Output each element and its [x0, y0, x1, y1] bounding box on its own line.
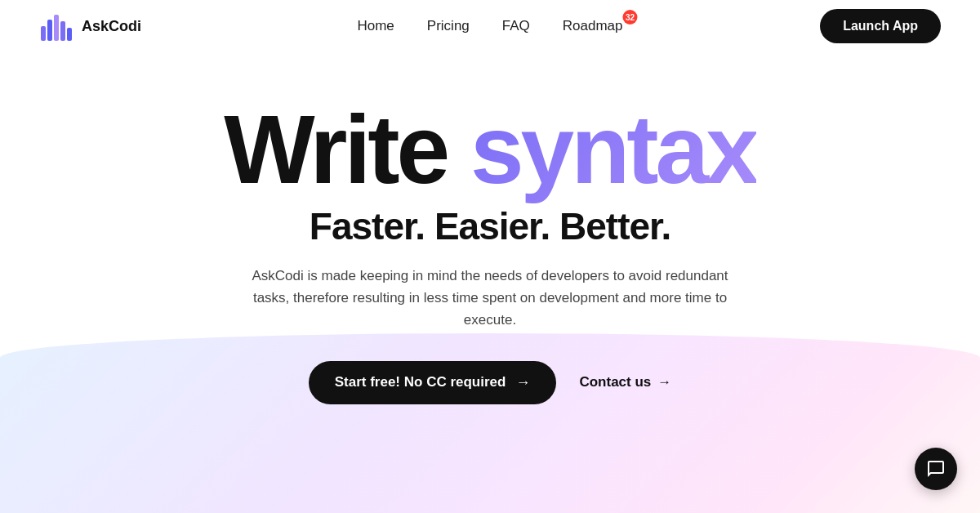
contact-us-label: Contact us [579, 374, 651, 390]
logo[interactable]: AskCodi [39, 8, 141, 44]
hero-title-syntax: syntax [470, 96, 756, 203]
contact-us-link[interactable]: Contact us → [579, 374, 671, 390]
chat-button[interactable] [915, 448, 957, 490]
hero-title-write: Write [224, 96, 470, 203]
nav-links: Home Pricing FAQ Roadmap 32 [357, 18, 622, 34]
navbar: AskCodi Home Pricing FAQ Roadmap 32 Laun… [0, 0, 980, 52]
launch-app-button[interactable]: Launch App [820, 9, 941, 43]
hero-section: Write syntax Faster. Easier. Better. Ask… [0, 52, 980, 404]
start-free-label: Start free! No CC required [335, 374, 506, 390]
nav-item-pricing[interactable]: Pricing [427, 18, 470, 34]
nav-item-roadmap[interactable]: Roadmap 32 [563, 18, 623, 34]
hero-description: AskCodi is made keeping in mind the need… [245, 265, 735, 332]
arrow-icon: → [515, 374, 530, 391]
logo-text: AskCodi [82, 18, 141, 35]
roadmap-badge: 32 [623, 10, 638, 25]
nav-item-faq[interactable]: FAQ [502, 18, 530, 34]
hero-actions: Start free! No CC required → Contact us … [309, 361, 672, 404]
nav-link-roadmap[interactable]: Roadmap [563, 18, 623, 34]
chat-icon [926, 459, 946, 479]
nav-link-pricing[interactable]: Pricing [427, 18, 470, 33]
logo-icon [39, 8, 75, 44]
svg-rect-2 [54, 15, 59, 41]
hero-subtitle: Faster. Easier. Better. [310, 204, 670, 248]
contact-arrow-icon: → [657, 374, 671, 390]
nav-link-faq[interactable]: FAQ [502, 18, 530, 33]
start-free-button[interactable]: Start free! No CC required → [309, 361, 557, 404]
nav-link-home[interactable]: Home [357, 18, 394, 33]
svg-rect-0 [41, 26, 46, 41]
svg-rect-1 [47, 20, 52, 41]
svg-rect-4 [67, 28, 72, 41]
hero-title: Write syntax [224, 101, 756, 198]
svg-rect-3 [60, 21, 65, 41]
nav-item-home[interactable]: Home [357, 18, 394, 34]
